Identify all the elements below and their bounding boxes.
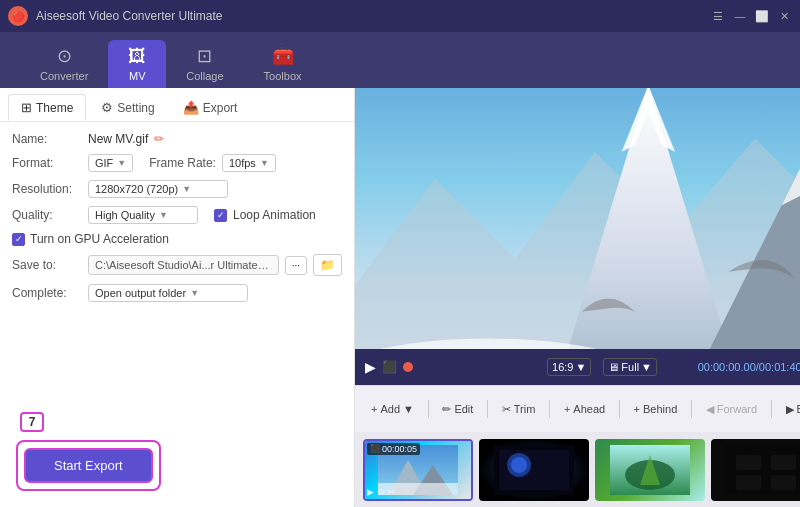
monitor-icon: 🖥 <box>608 361 619 373</box>
resolution-select[interactable]: 1280x720 (720p) ▼ <box>88 180 228 198</box>
clip-1-time: ⬛ 00:00:05 <box>367 443 420 455</box>
export-area: 7 Start Export <box>0 402 354 507</box>
resolution-arrow-icon: ▼ <box>182 184 191 194</box>
save-folder-button[interactable]: 📁 <box>313 254 342 276</box>
video-controls: ▶ ⬛ 16:9 ▼ 🖥 Full ▼ 00:00:00.00/00:01:40… <box>355 349 800 385</box>
framerate-select[interactable]: 10fps ▼ <box>222 154 276 172</box>
complete-row: Complete: Open output folder ▼ <box>12 284 342 302</box>
setting-tab-label: Setting <box>117 101 154 115</box>
complete-select[interactable]: Open output folder ▼ <box>88 284 248 302</box>
save-browse-dots-button[interactable]: ··· <box>285 256 307 275</box>
film-clip-3[interactable] <box>595 439 705 501</box>
step-badge: 7 <box>20 412 44 432</box>
tab-converter[interactable]: ⊙ Converter <box>20 39 108 88</box>
format-select[interactable]: GIF ▼ <box>88 154 133 172</box>
collage-label: Collage <box>186 70 223 82</box>
record-indicator <box>403 362 413 372</box>
stop-button[interactable]: ⬛ <box>382 360 397 374</box>
clip-2-thumbnail <box>479 439 589 501</box>
nav-tabs: ⊙ Converter 🖼 MV ⊡ Collage 🧰 Toolbox <box>0 32 800 88</box>
export-icon: 📤 <box>183 100 199 115</box>
edit-button[interactable]: ✏ Edit <box>434 399 481 420</box>
svg-point-15 <box>511 457 527 473</box>
save-path-display: C:\Aiseesoft Studio\Ai...r Ultimate\MV E… <box>88 255 279 275</box>
backward-button[interactable]: ▶ Backward <box>778 399 800 420</box>
close-btn[interactable]: ✕ <box>776 8 792 24</box>
right-panel: SHUTTERSTOCK ▶ ⬛ 16:9 ▼ 🖥 Full ▼ <box>355 88 800 507</box>
name-label: Name: <box>12 132 82 146</box>
left-panel: ⊞ Theme ⚙ Setting 📤 Export Name: New MV.… <box>0 88 355 507</box>
bottom-bar: + Add ▼ ✏ Edit ✂ Trim + Ahead + Behi <box>355 385 800 432</box>
loop-checkbox[interactable]: ✓ <box>214 209 227 222</box>
saveto-label: Save to: <box>12 258 82 272</box>
collage-icon: ⊡ <box>197 45 212 67</box>
app-logo: 🔴 <box>8 6 28 26</box>
complete-arrow-icon: ▼ <box>190 288 199 298</box>
edit-icon: ✏ <box>442 403 451 416</box>
clip-1-star-icon[interactable]: ☆ <box>377 487 385 497</box>
main-content: ⊞ Theme ⚙ Setting 📤 Export Name: New MV.… <box>0 88 800 507</box>
ratio-arrow-icon: ▼ <box>575 361 586 373</box>
backward-icon: ▶ <box>786 403 794 416</box>
quality-select[interactable]: High Quality ▼ <box>88 206 198 224</box>
ratio-value: 16:9 <box>552 361 573 373</box>
quality-label: Quality: <box>12 208 82 222</box>
forward-button[interactable]: ◀ Forward <box>698 399 765 420</box>
theme-tab-label: Theme <box>36 101 73 115</box>
setting-gear-icon: ⚙ <box>101 100 113 115</box>
svg-rect-20 <box>736 455 761 470</box>
size-arrow-icon: ▼ <box>641 361 652 373</box>
minimize-btn[interactable]: — <box>732 8 748 24</box>
ratio-select[interactable]: 16:9 ▼ <box>547 358 591 376</box>
settings-form: Name: New MV.gif ✏ Format: GIF ▼ Frame R… <box>0 122 354 402</box>
framerate-label: Frame Rate: <box>149 156 216 170</box>
app-title: Aiseesoft Video Converter Ultimate <box>36 9 710 23</box>
name-value: New MV.gif <box>88 132 148 146</box>
ahead-button[interactable]: + Ahead <box>556 399 613 419</box>
trim-scissors-icon: ✂ <box>502 403 511 416</box>
clip-1-play-icon[interactable]: ▶ <box>367 487 374 497</box>
sub-tabs: ⊞ Theme ⚙ Setting 📤 Export <box>0 88 354 122</box>
sub-tab-theme[interactable]: ⊞ Theme <box>8 94 86 121</box>
maximize-btn[interactable]: ⬜ <box>754 8 770 24</box>
format-label: Format: <box>12 156 82 170</box>
titlebar: 🔴 Aiseesoft Video Converter Ultimate ☰ —… <box>0 0 800 32</box>
name-edit-icon[interactable]: ✏ <box>154 132 164 146</box>
menu-btn[interactable]: ☰ <box>710 8 726 24</box>
resolution-row: Resolution: 1280x720 (720p) ▼ <box>12 180 342 198</box>
svg-rect-22 <box>736 475 761 490</box>
trim-button[interactable]: ✂ Trim <box>494 399 544 420</box>
sub-tab-setting[interactable]: ⚙ Setting <box>88 94 167 121</box>
add-button[interactable]: + Add ▼ <box>363 399 422 419</box>
film-clip-1[interactable]: ⬛ 00:00:05 ▶ ☆ ✂ <box>363 439 473 501</box>
quality-arrow-icon: ▼ <box>159 210 168 220</box>
forward-icon: ◀ <box>706 403 714 416</box>
framerate-arrow-icon: ▼ <box>260 158 269 168</box>
loop-label: Loop Animation <box>233 208 316 222</box>
clip-1-controls: ▶ ☆ ✂ <box>367 487 396 497</box>
svg-rect-21 <box>771 455 796 470</box>
tab-collage[interactable]: ⊡ Collage <box>166 39 243 88</box>
gpu-checkbox[interactable]: ✓ <box>12 233 25 246</box>
toolbox-label: Toolbox <box>264 70 302 82</box>
start-export-button[interactable]: Start Export <box>24 448 153 483</box>
tab-mv[interactable]: 🖼 MV <box>108 40 166 88</box>
behind-button[interactable]: + Behind <box>626 399 686 419</box>
name-row: Name: New MV.gif ✏ <box>12 132 342 146</box>
size-value: Full <box>621 361 639 373</box>
time-display: 00:00:00.00/00:01:40.16 <box>698 361 800 373</box>
tab-toolbox[interactable]: 🧰 Toolbox <box>244 39 322 88</box>
sub-tab-export[interactable]: 📤 Export <box>170 94 251 121</box>
film-clip-4[interactable] <box>711 439 800 501</box>
quality-row: Quality: High Quality ▼ ✓ Loop Animation <box>12 206 342 224</box>
film-clip-2[interactable] <box>479 439 589 501</box>
ahead-icon: + <box>564 403 570 415</box>
svg-rect-23 <box>771 475 796 490</box>
size-select[interactable]: 🖥 Full ▼ <box>603 358 657 376</box>
play-button[interactable]: ▶ <box>365 359 376 375</box>
format-arrow-icon: ▼ <box>117 158 126 168</box>
clip-4-thumbnail <box>711 439 800 501</box>
converter-label: Converter <box>40 70 88 82</box>
theme-grid-icon: ⊞ <box>21 100 32 115</box>
clip-1-cut-icon[interactable]: ✂ <box>388 487 396 497</box>
